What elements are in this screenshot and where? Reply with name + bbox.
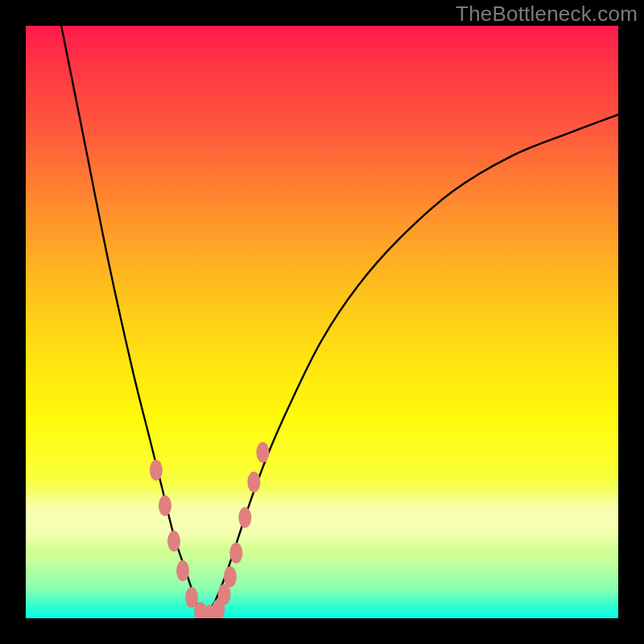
curve-layer: [26, 26, 618, 618]
trough-marker: [176, 560, 189, 581]
plot-area: [26, 26, 618, 618]
watermark-text: TheBottleneck.com: [456, 2, 638, 27]
trough-marker: [229, 543, 242, 564]
trough-marker: [150, 460, 163, 481]
trough-marker: [218, 584, 231, 605]
left-branch-curve: [61, 26, 204, 618]
chart-frame: TheBottleneck.com: [0, 0, 644, 644]
trough-marker: [224, 566, 237, 587]
right-branch-curve: [204, 114, 618, 618]
trough-marker: [159, 495, 171, 516]
trough-marker: [256, 442, 269, 463]
trough-marker: [238, 507, 251, 528]
trough-marker: [247, 472, 260, 493]
trough-marker: [167, 530, 180, 551]
trough-markers: [150, 442, 269, 618]
